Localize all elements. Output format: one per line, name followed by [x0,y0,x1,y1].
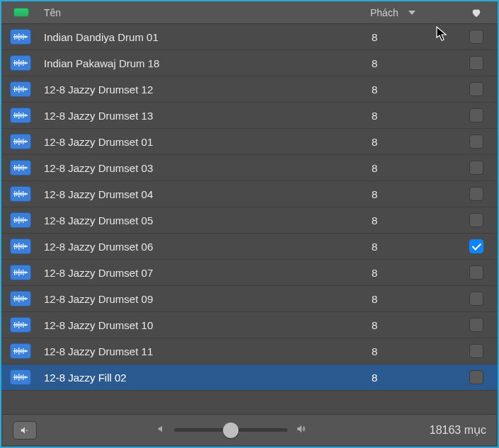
loop-beats: 8 [370,136,455,148]
favorite-checkbox[interactable] [469,239,483,253]
view-indicator[interactable] [1,8,41,17]
svg-rect-97 [25,376,26,379]
audio-loop-icon [10,265,31,280]
audio-loop-icon [10,108,31,123]
loop-beats: 8 [370,293,455,305]
svg-rect-88 [21,349,22,353]
table-row[interactable]: 12-8 Jazzy Drumset 138 [1,103,498,129]
loop-beats: 8 [370,345,455,357]
svg-rect-16 [16,87,18,91]
favorite-checkbox[interactable] [469,265,483,280]
svg-rect-61 [23,243,24,249]
loop-beats: 8 [370,162,455,174]
table-row[interactable]: 12-8 Jazzy Drumset 098 [1,286,498,312]
favorite-cell[interactable] [455,292,498,306]
svg-rect-62 [25,245,26,248]
favorite-cell[interactable] [455,82,498,96]
favorite-cell[interactable] [455,265,498,280]
favorite-checkbox[interactable] [469,318,483,332]
favorite-checkbox[interactable] [469,30,483,44]
table-row[interactable]: 12-8 Jazzy Drumset 128 [1,76,498,103]
preview-button[interactable] [13,421,37,440]
table-row[interactable]: 12-8 Jazzy Drumset 108 [1,312,498,338]
table-row[interactable]: 12-8 Jazzy Drumset 018 [1,129,498,155]
loop-name: 12-8 Jazzy Drumset 04 [41,188,370,200]
audio-loop-icon [10,29,31,45]
favorite-cell[interactable] [455,187,498,201]
svg-rect-51 [16,218,18,222]
favorite-checkbox[interactable] [469,56,483,70]
column-header-name[interactable]: Tên [41,7,370,18]
favorite-checkbox[interactable] [469,344,483,358]
table-row[interactable]: 12-8 Jazzy Drumset 118 [1,338,498,364]
table-row[interactable]: 12-8 Jazzy Drumset 068 [1,234,498,260]
favorite-cell[interactable] [455,239,498,253]
favorite-checkbox[interactable] [469,370,483,384]
table-row[interactable]: 12-8 Jazzy Drumset 078 [1,260,498,286]
svg-rect-20 [25,88,26,91]
favorite-checkbox[interactable] [469,213,483,227]
svg-rect-12 [23,60,24,66]
favorite-cell[interactable] [455,344,498,358]
loop-type-cell [1,186,41,202]
favorite-cell[interactable] [455,370,498,384]
loop-beats: 8 [370,241,455,253]
svg-rect-11 [21,61,22,65]
svg-rect-87 [18,348,20,355]
favorite-checkbox[interactable] [469,134,483,149]
svg-rect-23 [16,113,18,117]
audio-loop-icon [10,212,31,228]
favorite-cell[interactable] [455,318,498,332]
svg-rect-8 [14,60,16,66]
loop-type-cell [1,343,41,359]
favorite-cell[interactable] [455,213,498,227]
svg-rect-78 [14,322,16,328]
volume-slider-thumb[interactable] [223,423,239,438]
svg-rect-60 [21,244,22,248]
favorite-checkbox[interactable] [469,292,483,306]
column-header-beats[interactable]: Phách [370,7,455,18]
svg-rect-41 [25,166,26,169]
svg-rect-72 [16,297,18,301]
svg-rect-89 [23,348,24,354]
svg-rect-59 [18,243,20,250]
svg-rect-22 [14,113,16,118]
svg-rect-1 [14,34,16,40]
svg-rect-86 [16,349,18,353]
view-indicator-pill [13,8,29,17]
svg-rect-90 [25,350,26,352]
svg-rect-74 [21,297,22,301]
loop-beats: 8 [370,110,455,122]
loop-beats: 8 [370,57,455,69]
table-row[interactable]: Indian Dandiya Drum 018 [1,24,498,50]
svg-rect-92 [14,374,16,380]
audio-loop-icon [10,369,31,385]
loop-beats: 8 [370,188,455,200]
loop-type-cell [1,265,41,280]
svg-rect-9 [16,61,18,65]
svg-rect-83 [25,323,26,326]
table-row[interactable]: 12-8 Jazzy Fill 028 [1,364,498,391]
favorite-cell[interactable] [455,108,498,122]
svg-rect-67 [21,270,22,275]
favorite-cell[interactable] [455,134,498,149]
favorite-checkbox[interactable] [469,82,483,96]
volume-slider[interactable] [174,428,287,432]
favorite-checkbox[interactable] [469,187,483,201]
table-row[interactable]: 12-8 Jazzy Drumset 058 [1,207,498,234]
svg-rect-13 [25,62,26,64]
loop-name: Indian Dandiya Drum 01 [41,31,370,43]
svg-rect-47 [23,191,24,197]
column-header-favorite[interactable] [455,7,498,18]
favorite-cell[interactable] [455,56,498,70]
table-row[interactable]: 12-8 Jazzy Drumset 048 [1,181,498,207]
favorite-cell[interactable] [455,161,498,175]
loop-type-cell [1,55,41,71]
loop-list[interactable]: Indian Dandiya Drum 018Indian Pakawaj Dr… [1,24,498,415]
favorite-cell[interactable] [455,30,498,44]
table-row[interactable]: 12-8 Jazzy Drumset 038 [1,155,498,181]
favorite-checkbox[interactable] [469,108,483,122]
audio-loop-icon [10,160,31,176]
favorite-checkbox[interactable] [469,161,483,175]
table-row[interactable]: Indian Pakawaj Drum 188 [1,50,498,76]
